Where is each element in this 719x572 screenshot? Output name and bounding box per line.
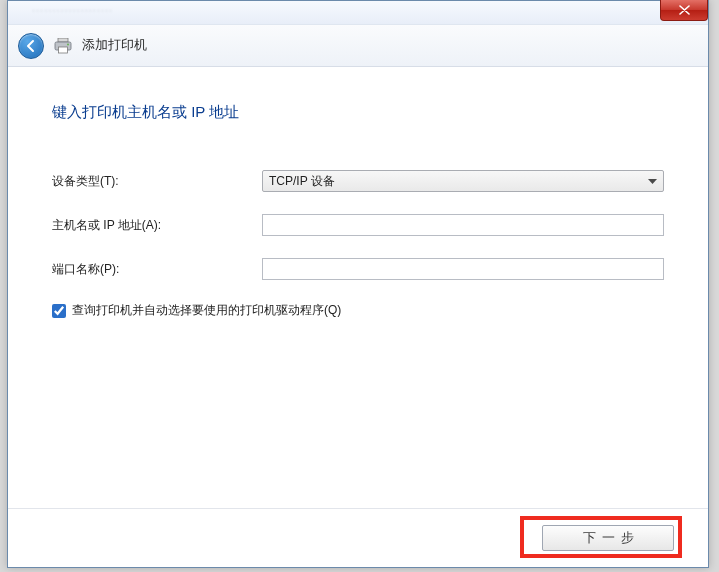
svg-point-3 [67, 43, 69, 45]
query-checkbox-row: 查询打印机并自动选择要使用的打印机驱动程序(Q) [52, 302, 664, 319]
hostname-label: 主机名或 IP 地址(A): [52, 217, 262, 234]
device-type-select[interactable]: TCP/IP 设备 [262, 170, 664, 192]
content-area: 键入打印机主机名或 IP 地址 设备类型(T): TCP/IP 设备 主机名或 … [8, 67, 708, 339]
page-heading: 键入打印机主机名或 IP 地址 [52, 103, 664, 122]
portname-input[interactable] [262, 258, 664, 280]
next-button-label: 下一步 [577, 530, 640, 547]
portname-label: 端口名称(P): [52, 261, 262, 278]
title-bar: ···················· [8, 1, 708, 25]
wizard-window: ···················· 添加打印机 键入打印机主机名或 IP … [7, 0, 709, 568]
hostname-input[interactable] [262, 214, 664, 236]
close-icon [679, 5, 690, 15]
query-driver-label: 查询打印机并自动选择要使用的打印机驱动程序(Q) [72, 302, 341, 319]
device-type-value: TCP/IP 设备 [269, 173, 335, 190]
svg-rect-0 [58, 38, 68, 42]
blurred-title-text: ···················· [32, 4, 113, 16]
close-button[interactable] [660, 0, 708, 21]
hostname-row: 主机名或 IP 地址(A): [52, 214, 664, 236]
bottom-divider [8, 508, 708, 509]
printer-icon [54, 38, 72, 54]
nav-bar: 添加打印机 [8, 25, 708, 67]
device-type-row: 设备类型(T): TCP/IP 设备 [52, 170, 664, 192]
nav-title: 添加打印机 [82, 37, 147, 54]
next-button[interactable]: 下一步 [542, 525, 674, 551]
device-type-label: 设备类型(T): [52, 173, 262, 190]
back-arrow-icon [24, 39, 38, 53]
portname-row: 端口名称(P): [52, 258, 664, 280]
svg-rect-2 [59, 47, 68, 53]
chevron-down-icon [648, 174, 657, 188]
back-button[interactable] [18, 33, 44, 59]
query-driver-checkbox[interactable] [52, 304, 66, 318]
